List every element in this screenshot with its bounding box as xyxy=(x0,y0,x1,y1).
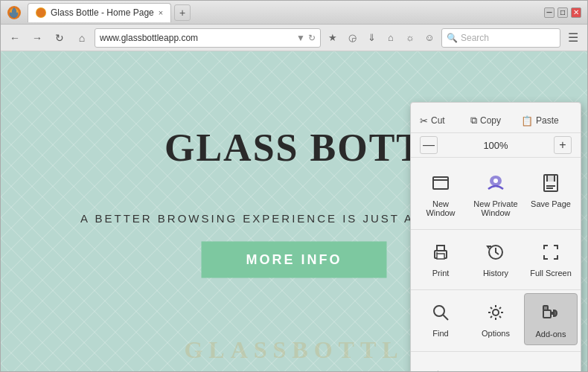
zoom-out-button[interactable]: — xyxy=(420,136,438,154)
private-window-label: New PrivateWindow xyxy=(473,199,517,217)
zoom-in-button[interactable]: + xyxy=(554,136,572,154)
tab-strip: Glass Bottle - Home Page × + xyxy=(7,3,544,22)
globe-icon[interactable]: ☼ xyxy=(401,29,419,47)
svg-point-19 xyxy=(493,310,499,315)
tab-title: Glass Bottle - Home Page xyxy=(51,7,154,18)
history-icon xyxy=(482,239,509,266)
zoom-value: 100% xyxy=(441,140,551,151)
zoom-row: — 100% + xyxy=(411,133,581,158)
options-icon xyxy=(482,299,509,326)
new-private-window-button[interactable]: New PrivateWindow xyxy=(469,164,523,223)
browser-logo xyxy=(7,5,22,20)
copy-button[interactable]: ⧉ Copy xyxy=(470,112,521,129)
svg-rect-10 xyxy=(547,175,555,182)
minimize-button[interactable]: ─ xyxy=(544,7,555,18)
svg-point-17 xyxy=(434,306,444,316)
save-page-label: Save Page xyxy=(531,199,571,208)
page-title: GLASS BOTT xyxy=(164,126,424,170)
menu-button[interactable]: ☰ xyxy=(563,28,583,48)
toolbar-icons: ★ ◶ ⇓ ⌂ ☼ ☺ xyxy=(324,29,438,47)
new-window-button[interactable]: New Window xyxy=(414,164,467,223)
menu-developer-row: Developer xyxy=(411,352,581,371)
refresh-button[interactable]: ↻ xyxy=(50,28,69,48)
search-placeholder: Search xyxy=(461,33,489,43)
emoji-icon[interactable]: ☺ xyxy=(421,29,438,47)
history-button[interactable]: History xyxy=(469,233,523,283)
options-label: Options xyxy=(482,329,510,338)
menu-grid-row3: Find Options xyxy=(411,290,581,352)
scissors-icon: ✂ xyxy=(420,115,428,126)
print-icon xyxy=(427,239,454,266)
print-button[interactable]: Print xyxy=(414,233,467,283)
maximize-button[interactable]: □ xyxy=(557,7,568,18)
address-bar[interactable]: www.glassbottleapp.com ▼ ↻ xyxy=(95,28,321,48)
svg-rect-20 xyxy=(543,310,551,318)
svg-point-2 xyxy=(36,8,45,17)
svg-line-18 xyxy=(443,315,448,320)
address-icons: ▼ ↻ xyxy=(296,33,316,43)
new-tab-button[interactable]: + xyxy=(174,4,191,21)
star-icon[interactable]: ★ xyxy=(324,29,342,47)
firefox-menu: ✂ Cut ⧉ Copy 📋 Paste — 100% + xyxy=(410,102,581,371)
home-nav-icon[interactable]: ⌂ xyxy=(382,29,400,47)
new-window-icon xyxy=(427,170,454,196)
address-text: www.glassbottleapp.com xyxy=(100,33,198,43)
save-page-icon xyxy=(537,170,564,196)
back-button[interactable]: ← xyxy=(5,28,25,48)
close-button[interactable]: ✕ xyxy=(571,7,581,18)
full-screen-label: Full Screen xyxy=(530,269,572,278)
cut-button[interactable]: ✂ Cut xyxy=(420,112,470,129)
search-bar[interactable]: 🔍 Search xyxy=(441,28,560,48)
private-window-icon xyxy=(482,170,509,196)
search-icon: 🔍 xyxy=(447,33,458,43)
forward-button[interactable]: → xyxy=(28,28,47,48)
menu-grid-row1: New Window New PrivateWindow xyxy=(411,158,581,230)
reload-icon[interactable]: ↻ xyxy=(308,33,316,43)
paste-icon: 📋 xyxy=(521,115,533,126)
add-ons-label: Add-ons xyxy=(536,330,566,339)
svg-point-15 xyxy=(436,252,438,254)
active-tab[interactable]: Glass Bottle - Home Page × xyxy=(28,3,171,22)
clipboard-row: ✂ Cut ⧉ Copy 📋 Paste xyxy=(411,109,581,133)
full-screen-button[interactable]: Full Screen xyxy=(524,233,578,283)
svg-point-6 xyxy=(493,179,498,183)
history-label: History xyxy=(483,269,508,278)
find-icon xyxy=(427,299,454,326)
tab-favicon xyxy=(36,7,46,18)
add-ons-icon xyxy=(537,300,564,327)
pocket-icon[interactable]: ◶ xyxy=(343,29,361,47)
menu-grid-row2: Print History xyxy=(411,230,581,290)
more-info-button[interactable]: MORE INFO xyxy=(202,241,387,278)
download-icon[interactable]: ⇓ xyxy=(362,29,380,47)
window-controls: ─ □ ✕ xyxy=(544,7,581,18)
find-label: Find xyxy=(432,329,448,338)
svg-rect-21 xyxy=(543,306,548,310)
watermark: GLASSBOTTL xyxy=(184,336,403,364)
home-button[interactable]: ⌂ xyxy=(72,28,92,48)
developer-icon xyxy=(422,364,449,371)
paste-button[interactable]: 📋 Paste xyxy=(521,112,572,129)
options-button[interactable]: Options xyxy=(469,293,523,345)
nav-bar: ← → ↻ ⌂ www.glassbottleapp.com ▼ ↻ ★ ◶ ⇓… xyxy=(1,25,587,51)
developer-button[interactable]: Developer xyxy=(414,358,457,371)
title-bar: Glass Bottle - Home Page × + ─ □ ✕ xyxy=(1,1,587,25)
svg-rect-3 xyxy=(433,177,448,189)
new-window-label: New Window xyxy=(417,199,464,217)
browser-window: Glass Bottle - Home Page × + ─ □ ✕ ← → ↻… xyxy=(0,0,588,372)
add-ons-button[interactable]: Add-ons xyxy=(524,293,578,345)
page-content: GLASS BOTT A BETTER BROWSING EXPERIENCE … xyxy=(1,51,587,371)
find-button[interactable]: Find xyxy=(414,293,467,345)
svg-rect-14 xyxy=(437,254,444,259)
copy-icon: ⧉ xyxy=(470,115,477,126)
full-screen-icon xyxy=(537,239,564,266)
tab-close-button[interactable]: × xyxy=(159,8,163,17)
bookmark-star-icon[interactable]: ▼ xyxy=(296,33,305,43)
print-label: Print xyxy=(432,269,450,278)
save-page-button[interactable]: Save Page xyxy=(524,164,578,223)
